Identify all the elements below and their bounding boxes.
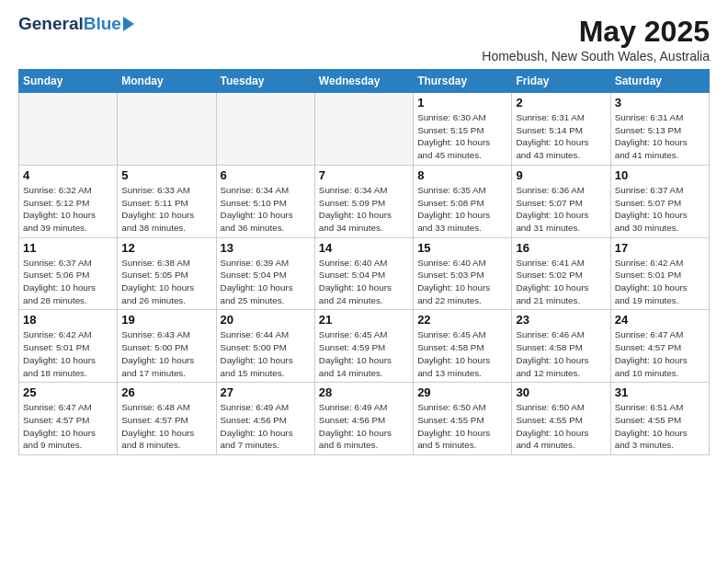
day-header-thursday: Thursday — [414, 70, 512, 93]
calendar-cell — [314, 93, 413, 166]
day-header-monday: Monday — [118, 70, 216, 93]
page: General Blue May 2025 Homebush, New Sout… — [0, 0, 728, 563]
day-info: Sunrise: 6:51 AMSunset: 4:55 PMDaylight:… — [615, 401, 705, 452]
day-header-wednesday: Wednesday — [314, 70, 413, 93]
day-number: 21 — [319, 313, 409, 327]
day-number: 1 — [417, 96, 507, 109]
day-info: Sunrise: 6:49 AMSunset: 4:56 PMDaylight:… — [319, 401, 409, 452]
calendar-cell: 14Sunrise: 6:40 AMSunset: 5:04 PMDayligh… — [314, 237, 413, 310]
calendar-cell: 9Sunrise: 6:36 AMSunset: 5:07 PMDaylight… — [512, 165, 610, 237]
calendar-cell: 11Sunrise: 6:37 AMSunset: 5:06 PMDayligh… — [19, 237, 118, 310]
calendar-cell: 16Sunrise: 6:41 AMSunset: 5:02 PMDayligh… — [512, 237, 610, 310]
day-info: Sunrise: 6:38 AMSunset: 5:05 PMDaylight:… — [121, 257, 211, 307]
day-number: 30 — [516, 385, 606, 399]
calendar-cell: 3Sunrise: 6:31 AMSunset: 5:13 PMDaylight… — [610, 93, 709, 166]
day-info: Sunrise: 6:40 AMSunset: 5:04 PMDaylight:… — [319, 257, 409, 307]
calendar-cell — [216, 93, 314, 166]
day-number: 29 — [417, 385, 507, 399]
calendar-cell — [118, 93, 216, 166]
calendar-cell: 4Sunrise: 6:32 AMSunset: 5:12 PMDaylight… — [19, 165, 118, 237]
calendar-cell: 18Sunrise: 6:42 AMSunset: 5:01 PMDayligh… — [19, 310, 118, 383]
calendar-cell: 1Sunrise: 6:30 AMSunset: 5:15 PMDaylight… — [414, 93, 512, 166]
day-number: 12 — [121, 241, 211, 255]
day-info: Sunrise: 6:45 AMSunset: 4:58 PMDaylight:… — [417, 328, 507, 379]
day-number: 11 — [23, 241, 113, 255]
day-header-saturday: Saturday — [610, 70, 709, 93]
day-number: 7 — [319, 168, 409, 182]
calendar-cell: 24Sunrise: 6:47 AMSunset: 4:57 PMDayligh… — [610, 310, 709, 383]
calendar-cell: 2Sunrise: 6:31 AMSunset: 5:14 PMDaylight… — [512, 93, 610, 166]
day-number: 4 — [23, 168, 113, 182]
day-number: 15 — [417, 241, 507, 255]
day-info: Sunrise: 6:34 AMSunset: 5:09 PMDaylight:… — [319, 184, 409, 235]
calendar-cell: 8Sunrise: 6:35 AMSunset: 5:08 PMDaylight… — [414, 165, 512, 237]
day-info: Sunrise: 6:49 AMSunset: 4:56 PMDaylight:… — [221, 401, 311, 452]
logo-general: General — [18, 15, 84, 34]
calendar-cell: 20Sunrise: 6:44 AMSunset: 5:00 PMDayligh… — [216, 310, 314, 383]
day-info: Sunrise: 6:45 AMSunset: 4:59 PMDaylight:… — [319, 328, 409, 379]
day-number: 24 — [615, 313, 705, 327]
calendar-week-2: 4Sunrise: 6:32 AMSunset: 5:12 PMDaylight… — [19, 165, 710, 237]
day-number: 9 — [516, 168, 606, 182]
day-info: Sunrise: 6:32 AMSunset: 5:12 PMDaylight:… — [23, 184, 113, 235]
calendar-cell: 7Sunrise: 6:34 AMSunset: 5:09 PMDaylight… — [314, 165, 413, 237]
title-block: May 2025 Homebush, New South Wales, Aust… — [482, 15, 710, 63]
day-info: Sunrise: 6:46 AMSunset: 4:58 PMDaylight:… — [516, 328, 606, 379]
day-number: 31 — [615, 385, 705, 399]
day-info: Sunrise: 6:40 AMSunset: 5:03 PMDaylight:… — [417, 257, 507, 307]
calendar-cell — [19, 93, 118, 166]
day-info: Sunrise: 6:31 AMSunset: 5:14 PMDaylight:… — [516, 111, 606, 162]
day-info: Sunrise: 6:47 AMSunset: 4:57 PMDaylight:… — [615, 328, 705, 379]
calendar-week-3: 11Sunrise: 6:37 AMSunset: 5:06 PMDayligh… — [19, 237, 710, 310]
day-number: 19 — [121, 313, 211, 327]
calendar-cell: 27Sunrise: 6:49 AMSunset: 4:56 PMDayligh… — [216, 383, 314, 455]
day-info: Sunrise: 6:47 AMSunset: 4:57 PMDaylight:… — [23, 401, 113, 452]
day-number: 23 — [516, 313, 606, 327]
day-header-tuesday: Tuesday — [216, 70, 314, 93]
calendar-cell: 29Sunrise: 6:50 AMSunset: 4:55 PMDayligh… — [414, 383, 512, 455]
calendar-table: SundayMondayTuesdayWednesdayThursdayFrid… — [18, 69, 710, 455]
day-info: Sunrise: 6:39 AMSunset: 5:04 PMDaylight:… — [221, 257, 311, 307]
calendar-header-row: SundayMondayTuesdayWednesdayThursdayFrid… — [19, 70, 710, 93]
day-number: 6 — [221, 168, 311, 182]
day-number: 25 — [23, 385, 113, 399]
day-number: 10 — [615, 168, 705, 182]
logo-blue: Blue — [84, 15, 121, 34]
day-info: Sunrise: 6:42 AMSunset: 5:01 PMDaylight:… — [23, 328, 113, 379]
month-title: May 2025 — [482, 15, 710, 49]
day-info: Sunrise: 6:34 AMSunset: 5:10 PMDaylight:… — [221, 184, 311, 235]
logo-text: General Blue — [18, 15, 134, 34]
day-header-friday: Friday — [512, 70, 610, 93]
day-info: Sunrise: 6:48 AMSunset: 4:57 PMDaylight:… — [121, 401, 211, 452]
day-info: Sunrise: 6:37 AMSunset: 5:06 PMDaylight:… — [23, 257, 113, 307]
day-number: 27 — [221, 385, 311, 399]
day-number: 5 — [121, 168, 211, 182]
day-info: Sunrise: 6:42 AMSunset: 5:01 PMDaylight:… — [615, 257, 705, 307]
day-number: 3 — [615, 96, 705, 109]
day-info: Sunrise: 6:50 AMSunset: 4:55 PMDaylight:… — [417, 401, 507, 452]
calendar-cell: 22Sunrise: 6:45 AMSunset: 4:58 PMDayligh… — [414, 310, 512, 383]
calendar-cell: 5Sunrise: 6:33 AMSunset: 5:11 PMDaylight… — [118, 165, 216, 237]
day-info: Sunrise: 6:41 AMSunset: 5:02 PMDaylight:… — [516, 257, 606, 307]
logo-arrow-icon — [123, 17, 134, 31]
calendar-cell: 6Sunrise: 6:34 AMSunset: 5:10 PMDaylight… — [216, 165, 314, 237]
day-number: 13 — [221, 241, 311, 255]
calendar-cell: 23Sunrise: 6:46 AMSunset: 4:58 PMDayligh… — [512, 310, 610, 383]
day-number: 2 — [516, 96, 606, 109]
day-info: Sunrise: 6:33 AMSunset: 5:11 PMDaylight:… — [121, 184, 211, 235]
logo: General Blue — [18, 15, 134, 34]
day-number: 8 — [417, 168, 507, 182]
calendar-cell: 25Sunrise: 6:47 AMSunset: 4:57 PMDayligh… — [19, 383, 118, 455]
day-info: Sunrise: 6:35 AMSunset: 5:08 PMDaylight:… — [417, 184, 507, 235]
calendar-cell: 26Sunrise: 6:48 AMSunset: 4:57 PMDayligh… — [118, 383, 216, 455]
day-info: Sunrise: 6:31 AMSunset: 5:13 PMDaylight:… — [615, 111, 705, 162]
calendar-cell: 30Sunrise: 6:50 AMSunset: 4:55 PMDayligh… — [512, 383, 610, 455]
location-title: Homebush, New South Wales, Australia — [482, 49, 710, 63]
calendar-cell: 31Sunrise: 6:51 AMSunset: 4:55 PMDayligh… — [610, 383, 709, 455]
day-number: 14 — [319, 241, 409, 255]
day-info: Sunrise: 6:36 AMSunset: 5:07 PMDaylight:… — [516, 184, 606, 235]
calendar-week-1: 1Sunrise: 6:30 AMSunset: 5:15 PMDaylight… — [19, 93, 710, 166]
day-number: 22 — [417, 313, 507, 327]
day-info: Sunrise: 6:50 AMSunset: 4:55 PMDaylight:… — [516, 401, 606, 452]
calendar-cell: 13Sunrise: 6:39 AMSunset: 5:04 PMDayligh… — [216, 237, 314, 310]
